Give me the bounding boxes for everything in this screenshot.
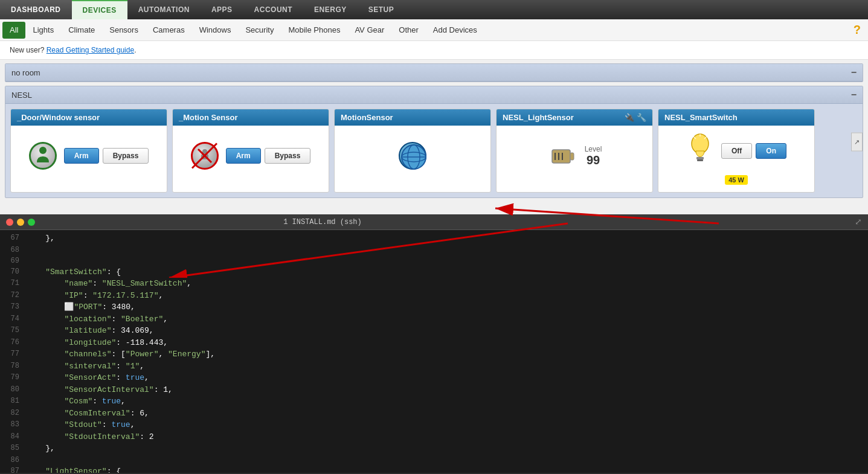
nav-energy[interactable]: ENERGY: [303, 0, 358, 19]
subnav-other[interactable]: Other: [391, 22, 426, 39]
subnav-avgear[interactable]: AV Gear: [347, 22, 391, 39]
getting-started-link[interactable]: Read Getting Started guide: [47, 46, 134, 54]
globe-icon: [399, 142, 426, 170]
door-window-card-body: Arm Bypass: [11, 126, 167, 186]
code-line-78: 78 "sinterval": "1",: [0, 360, 868, 373]
new-user-bar: New user? Read Getting Started guide.: [0, 41, 868, 60]
code-line-72: 72 "IP": "172.17.5.117",: [0, 290, 868, 302]
watt-badge: 45 W: [725, 175, 748, 185]
level-value: 99: [585, 153, 602, 167]
svg-rect-8: [570, 153, 574, 160]
level-display: Level 99: [585, 145, 602, 167]
devices-container: _Door/Window sensor Arm Bypass: [5, 104, 863, 197]
nav-apps[interactable]: APPS: [201, 0, 243, 19]
smart-switch-buttons: Off On: [721, 143, 786, 159]
code-line-76: 76 "longitude": -118.443,: [0, 337, 868, 349]
code-line-70: 70 "SmartSwitch": {: [0, 266, 868, 278]
terminal-title: 1 INSTALL.md (ssh): [283, 218, 362, 226]
term-close-dot[interactable]: [6, 219, 13, 226]
noroom-collapse-button[interactable]: −: [851, 68, 857, 77]
code-line-71: 71 "name": "NESL_SmartSwitch",: [0, 278, 868, 290]
level-label: Level: [585, 145, 602, 153]
nav-devices[interactable]: DEVICES: [72, 0, 127, 19]
subnav-security[interactable]: Security: [238, 22, 281, 39]
code-line-82: 82 "CosmInterval": 6,: [0, 408, 868, 420]
new-user-suffix: .: [134, 46, 136, 54]
motion-sensor-2-card: MotionSensor: [334, 109, 491, 193]
code-line-86: 86: [0, 455, 868, 466]
plug-icon[interactable]: 🔌: [625, 113, 634, 122]
nav-dashboard[interactable]: DASHBOARD: [0, 0, 72, 19]
bypass-button-2[interactable]: Bypass: [265, 148, 311, 164]
motion-sensor-name: _Motion Sensor: [179, 113, 238, 122]
code-line-73: 73 ⬜"PORT": 3480,: [0, 301, 868, 313]
nav-automation[interactable]: AUTOMATION: [127, 0, 201, 19]
nesl-title: NESL: [11, 91, 32, 100]
door-window-buttons: Arm Bypass: [64, 148, 149, 164]
subnav-mobilephones[interactable]: Mobile Phones: [281, 22, 347, 39]
smart-switch-body: Off On 45 W: [658, 126, 814, 192]
light-sensor-name: NESL_LightSensor: [503, 113, 574, 122]
terminal-resize-icon[interactable]: ⤢: [855, 217, 862, 227]
door-window-card: _Door/Window sensor Arm Bypass: [10, 109, 167, 193]
smart-switch-header: NESL_SmartSwitch: [658, 109, 814, 126]
svg-rect-13: [696, 157, 704, 159]
bypass-button-1[interactable]: Bypass: [103, 148, 149, 164]
subnav-adddevices[interactable]: Add Devices: [426, 22, 484, 39]
code-line-81: 81 "Cosm": true,: [0, 396, 868, 408]
light-sensor-icons: 🔌 🔧: [625, 113, 646, 122]
arm-button-1[interactable]: Arm: [64, 148, 99, 164]
off-button[interactable]: Off: [721, 143, 752, 159]
motion-icon: [191, 142, 219, 170]
nesl-section: NESL − _Door/Window sensor: [5, 86, 863, 198]
motion-sensor-2-body: [335, 126, 490, 186]
noroom-section: no room −: [5, 63, 863, 82]
code-line-84: 84 "StdoutInterval": 2: [0, 431, 868, 443]
door-window-name: _Door/Window sensor: [17, 113, 100, 122]
code-line-79: 79 "SensorAct": true,: [0, 372, 868, 384]
terminal: 1 INSTALL.md (ssh) ⤢ 67 }, 68 69 70 "Sma…: [0, 214, 868, 474]
motion-sensor-card: _Motion Sensor Arm Bypass: [172, 109, 329, 193]
code-line-69: 69: [0, 255, 868, 266]
svg-rect-14: [697, 159, 703, 161]
nav-account[interactable]: ACCOUNT: [243, 0, 304, 19]
subnav-climate[interactable]: Climate: [61, 22, 102, 39]
noroom-header: no room −: [5, 64, 863, 82]
code-line-77: 77 "channels": ["Power", "Energy"],: [0, 348, 868, 360]
terminal-body[interactable]: 67 }, 68 69 70 "SmartSwitch": { 71 "name…: [0, 230, 868, 473]
subnav-cameras[interactable]: Cameras: [146, 22, 192, 39]
nav-setup[interactable]: SETUP: [358, 0, 405, 19]
nesl-header: NESL −: [5, 86, 863, 104]
top-nav: DASHBOARD DEVICES AUTOMATION APPS ACCOUN…: [0, 0, 868, 19]
subnav-windows[interactable]: Windows: [192, 22, 239, 39]
noroom-title: no room: [11, 68, 40, 77]
subnav-all[interactable]: All: [2, 22, 25, 39]
new-user-text: New user?: [10, 46, 44, 54]
light-sensor-visual: [547, 141, 577, 171]
subnav-lights[interactable]: Lights: [25, 22, 61, 39]
code-line-85: 85 },: [0, 443, 868, 455]
code-line-67: 67 },: [0, 232, 868, 245]
wrench-icon[interactable]: 🔧: [637, 113, 646, 122]
motion-sensor-card-header: _Motion Sensor: [173, 109, 329, 126]
arm-button-2[interactable]: Arm: [226, 148, 261, 164]
code-line-87: 87 "LightSensor": {: [0, 466, 868, 473]
code-line-80: 80 "SensorActInterval": 1,: [0, 384, 868, 396]
svg-point-0: [39, 147, 47, 154]
person-icon: [29, 142, 57, 170]
code-line-74: 74 "location": "Boelter",: [0, 313, 868, 325]
motion-sensor-2-name: MotionSensor: [341, 113, 393, 122]
code-line-83: 83 "Stdout": true,: [0, 419, 868, 431]
term-minimize-dot[interactable]: [17, 219, 24, 226]
term-maximize-dot[interactable]: [28, 219, 35, 226]
smart-switch-card: NESL_SmartSwitch: [658, 109, 815, 193]
subnav-sensors[interactable]: Sensors: [102, 22, 146, 39]
motion-sensor-buttons: Arm Bypass: [226, 148, 311, 164]
motion-sensor-2-header: MotionSensor: [335, 109, 490, 126]
light-sensor-header: NESL_LightSensor 🔌 🔧: [497, 109, 652, 126]
on-button[interactable]: On: [756, 143, 786, 159]
nesl-collapse-button[interactable]: −: [851, 90, 857, 100]
share-panel-icon[interactable]: ↗: [851, 133, 863, 152]
help-icon[interactable]: ?: [854, 23, 866, 37]
light-sensor-body: Level 99: [497, 126, 652, 186]
